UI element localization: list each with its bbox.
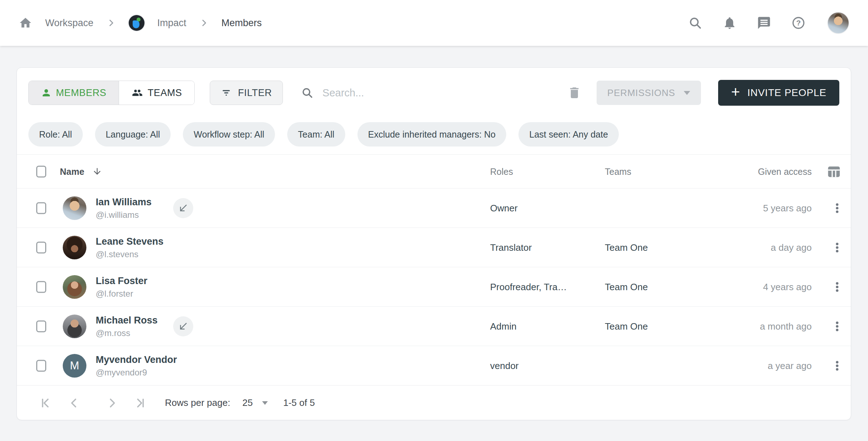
permissions-button[interactable]: PERMISSIONS <box>597 81 701 105</box>
select-all-checkbox[interactable] <box>36 166 46 177</box>
member-name[interactable]: Michael Ross <box>96 315 158 326</box>
filter-button[interactable]: FILTER <box>210 81 283 105</box>
chevron-right-icon <box>106 18 116 28</box>
member-given-access: 5 years ago <box>763 202 812 214</box>
tab-teams[interactable]: TEAMS <box>119 81 194 105</box>
invite-people-button[interactable]: + INVITE PEOPLE <box>718 80 839 106</box>
member-name-cell[interactable]: Myvendor Vendor @myvendor9 <box>96 354 177 377</box>
search-input[interactable] <box>322 87 522 99</box>
row-checkbox[interactable] <box>36 281 46 293</box>
member-roles: Owner <box>490 202 518 214</box>
project-avatar[interactable] <box>129 15 144 31</box>
search-icon[interactable] <box>688 16 702 30</box>
column-given-access: Given access <box>758 166 812 177</box>
breadcrumb-members: Members <box>222 18 262 29</box>
caret-down-icon <box>262 401 268 405</box>
filter-button-label: FILTER <box>238 87 272 99</box>
search-box <box>301 86 522 99</box>
table-row: Ian Williams @i.williams Owner 5 years a… <box>17 188 851 228</box>
row-checkbox[interactable] <box>36 360 46 372</box>
member-avatar <box>63 236 86 259</box>
column-roles: Roles <box>490 166 513 177</box>
column-settings-icon[interactable] <box>826 163 842 180</box>
tab-members-label: MEMBERS <box>56 87 106 99</box>
tab-teams-label: TEAMS <box>148 87 182 99</box>
chip-language[interactable]: Language: All <box>95 122 171 147</box>
next-page-icon[interactable] <box>105 397 118 409</box>
topbar-icons: ? <box>688 12 849 34</box>
chip-role[interactable]: Role: All <box>28 122 83 147</box>
member-name[interactable]: Leane Stevens <box>96 236 163 247</box>
member-given-access: 4 years ago <box>763 281 812 292</box>
row-menu-icon[interactable] <box>829 241 845 254</box>
column-name-label: Name <box>60 166 84 177</box>
member-name-cell[interactable]: Leane Stevens @l.stevens <box>96 236 163 259</box>
member-roles: Admin <box>490 321 517 332</box>
person-icon <box>41 87 52 98</box>
member-username: @l.forster <box>96 288 147 298</box>
row-menu-icon[interactable] <box>829 202 845 214</box>
member-name-cell[interactable]: Lisa Foster @l.forster <box>96 275 147 298</box>
chevron-right-icon <box>199 18 209 28</box>
notifications-bell-icon[interactable] <box>722 16 737 30</box>
people-icon <box>131 87 143 98</box>
member-username: @m.ross <box>96 328 158 338</box>
member-name[interactable]: Lisa Foster <box>96 275 147 286</box>
login-as-icon[interactable] <box>173 198 193 218</box>
filter-chips: Role: All Language: All Workflow step: A… <box>28 122 619 147</box>
row-checkbox[interactable] <box>36 320 46 332</box>
breadcrumb-workspace[interactable]: Workspace <box>45 18 94 29</box>
member-name[interactable]: Ian Williams <box>96 196 152 207</box>
chip-last-seen[interactable]: Last seen: Any date <box>518 122 619 147</box>
messages-icon[interactable] <box>757 16 771 30</box>
home-icon[interactable] <box>19 16 32 30</box>
members-card: MEMBERS TEAMS FILTER <box>16 67 851 420</box>
column-name[interactable]: Name <box>60 166 102 177</box>
member-teams: Team One <box>605 321 648 332</box>
topbar: Workspace Impact Members ? <box>0 0 868 46</box>
user-avatar[interactable] <box>827 12 849 34</box>
row-checkbox[interactable] <box>36 202 46 214</box>
invite-people-label: INVITE PEOPLE <box>748 87 826 99</box>
last-page-icon[interactable] <box>134 397 147 409</box>
first-page-icon[interactable] <box>39 397 52 409</box>
pagination-range: 1-5 of 5 <box>283 397 315 408</box>
row-menu-icon[interactable] <box>829 281 845 293</box>
help-icon[interactable]: ? <box>791 16 806 30</box>
login-as-icon[interactable] <box>173 316 193 336</box>
member-avatar <box>63 275 86 299</box>
rows-per-page-label: Rows per page: <box>165 397 230 408</box>
table-row: Lisa Foster @l.forster Proofreader, Tra…… <box>17 267 851 307</box>
breadcrumb-project[interactable]: Impact <box>157 18 186 29</box>
previous-page-icon[interactable] <box>68 397 81 409</box>
member-name[interactable]: Myvendor Vendor <box>96 354 177 365</box>
table-row: Leane Stevens @l.stevens Translator Team… <box>17 228 851 267</box>
search-icon <box>301 86 314 99</box>
member-avatar-initial: M <box>63 354 86 378</box>
row-menu-icon[interactable] <box>829 360 845 372</box>
table-header: Name Roles Teams Given access <box>17 154 851 188</box>
view-tabs: MEMBERS TEAMS <box>28 81 195 105</box>
member-username: @i.williams <box>96 210 152 220</box>
tab-members[interactable]: MEMBERS <box>29 81 119 105</box>
permissions-button-label: PERMISSIONS <box>607 87 675 99</box>
chip-exclude-inherited-managers[interactable]: Exclude inherited managers: No <box>357 122 507 147</box>
member-given-access: a month ago <box>760 321 812 332</box>
pagination: Rows per page: 25 1-5 of 5 <box>17 385 851 420</box>
plus-icon: + <box>731 85 740 100</box>
rows-per-page-select[interactable]: 25 <box>242 397 268 408</box>
member-roles: Proofreader, Tra… <box>490 281 567 292</box>
column-teams: Teams <box>605 166 631 177</box>
row-menu-icon[interactable] <box>829 320 845 332</box>
sort-desc-icon <box>92 167 102 177</box>
row-checkbox[interactable] <box>36 241 46 253</box>
table-row: Michael Ross @m.ross Admin Team One a mo… <box>17 307 851 346</box>
member-name-cell[interactable]: Ian Williams @i.williams <box>96 196 152 220</box>
member-name-cell[interactable]: Michael Ross @m.ross <box>96 315 158 338</box>
table-body: Ian Williams @i.williams Owner 5 years a… <box>17 188 851 385</box>
trash-icon[interactable] <box>567 86 582 100</box>
chip-team[interactable]: Team: All <box>287 122 345 147</box>
member-avatar <box>63 315 86 338</box>
member-username: @myvendor9 <box>96 367 177 377</box>
chip-workflow-step[interactable]: Workflow step: All <box>183 122 275 147</box>
